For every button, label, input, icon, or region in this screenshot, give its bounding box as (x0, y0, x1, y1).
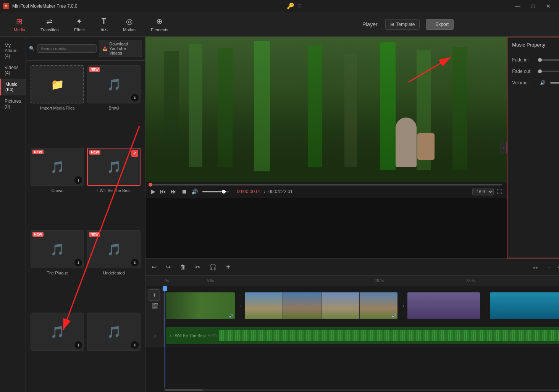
tab-elements[interactable]: ⊕ Elements (143, 14, 176, 35)
youtube-download-button[interactable]: 📥 Download YouTube Videos (99, 40, 142, 57)
time-mark-6s: 6.6s (207, 279, 214, 283)
template-button[interactable]: ⊞ Template (385, 19, 420, 30)
volume-slider[interactable] (202, 191, 229, 192)
audio-duration: 4.4m (208, 333, 216, 337)
sidebar-item-music[interactable]: Music (64) (0, 79, 26, 95)
maximize-button[interactable]: □ (525, 0, 541, 12)
undo-button[interactable]: ↩ (150, 262, 158, 272)
clip-audio-icon: 🔊 (229, 313, 233, 318)
fade-in-slider[interactable] (540, 59, 559, 61)
fullscreen-button[interactable]: ⛶ (497, 189, 502, 195)
collapse-panel-button[interactable]: › (501, 142, 507, 153)
undefeated-item[interactable]: NEW 🎵 ⬇ Undefeated (87, 230, 141, 310)
video-clip-1[interactable]: 🔊 (166, 292, 235, 319)
topbar: ⊞ Media ⇌ Transition ✦ Effect T Text ◎ M… (0, 12, 559, 37)
i-will-be-best-item[interactable]: NEW 🎵 ✓ I Will Be The Best (87, 148, 141, 227)
audio-track-content[interactable]: ♪ I Will Be The Best 4.4m (165, 324, 559, 347)
clip-audio-icon-2: 🔊 (391, 313, 396, 318)
volume-row: Volume: 🔊 100% (512, 80, 559, 85)
video-track-content: 🔊 → (165, 288, 559, 324)
the-plague-item[interactable]: NEW 🎵 ⬇ The Plague (31, 230, 84, 310)
playhead[interactable] (165, 286, 165, 388)
delete-button[interactable]: 🗑 (178, 262, 187, 272)
minimize-button[interactable]: — (510, 0, 525, 12)
download-icon[interactable]: ⬇ (74, 341, 82, 349)
play-button[interactable]: ▶ (150, 187, 156, 196)
zoom-out-button[interactable]: − (546, 262, 552, 272)
volume-prop-slider[interactable] (550, 82, 559, 84)
add-clip-button[interactable]: + (225, 261, 232, 273)
sidebar-item-my-album[interactable]: My Album (4) (0, 40, 26, 62)
audio-track: ♪ ♪ I Will Be The Best 4.4m (145, 324, 559, 347)
music-property-panel: Music Property Fade in: 0.0s Fade out: (507, 37, 559, 258)
add-track-button[interactable]: + (149, 289, 160, 301)
player-label: Player (362, 21, 378, 27)
video-clip-2[interactable]: 🔊 (245, 292, 397, 319)
music-thumb-7: 🎵 ⬇ (87, 313, 141, 351)
download-icon[interactable]: ⬇ (74, 259, 82, 266)
scrollbar-thumb[interactable] (165, 389, 203, 391)
import-media-item[interactable]: 📁 Import Media Files (31, 65, 84, 145)
music-icon: 🎵 (50, 160, 65, 174)
fade-out-label: Fade out: (512, 69, 537, 74)
crown-item[interactable]: NEW 🎵 ⬇ Crown (31, 148, 84, 227)
download-icon[interactable]: ⬇ (131, 259, 139, 266)
progress-dot (149, 183, 152, 187)
sidebar-item-videos[interactable]: Videos (4) (0, 62, 26, 79)
split-icon[interactable]: ⚏ (532, 263, 540, 272)
video-clip-4[interactable] (490, 292, 559, 319)
tab-media[interactable]: ⊞ Media (6, 14, 33, 35)
music-item-6[interactable]: 🎵 ⬇ (31, 313, 84, 387)
video-clip-3[interactable] (407, 292, 480, 319)
export-button[interactable]: ↑ Export (426, 19, 454, 30)
cut-button[interactable]: ✂ (194, 262, 202, 272)
volume-icon: 🔊 (540, 80, 546, 85)
crown-thumb: NEW 🎵 ⬇ (31, 148, 84, 186)
music-icon: 🎵 (107, 160, 121, 174)
audio-clip[interactable]: ♪ I Will Be The Best 4.4m (166, 327, 559, 344)
import-thumb: 📁 (31, 65, 84, 103)
timeline-toolbar: ↩ ↪ 🗑 ✂ 🎧 + ⚏ − + (145, 259, 559, 276)
video-track-icon: 🎬 (152, 303, 158, 309)
redo-button[interactable]: ↪ (164, 262, 172, 272)
timeline-content: 0s 6.6s 26.1s 35.5s + (145, 276, 559, 392)
arrow-right-2: → (398, 303, 407, 309)
new-badge: NEW (89, 67, 100, 72)
text-label: Text (100, 27, 108, 32)
prev-button[interactable]: ⏮ (159, 187, 167, 196)
timeline-scrollbar[interactable] (145, 388, 559, 392)
fade-out-slider[interactable] (540, 71, 559, 72)
tab-effect[interactable]: ✦ Effect (66, 14, 92, 35)
panel-title: Music Property (512, 42, 559, 51)
fade-out-dot (538, 69, 542, 73)
titlebar: M MiniTool MovieMaker Free 7.0.0 🔑 ≡ — □… (0, 0, 559, 12)
music-icon: 🎵 (107, 78, 121, 91)
video-track: 🎬 🔊 → (145, 288, 559, 324)
sidebar-item-pictures[interactable]: Pictures (0) (0, 95, 26, 112)
audio-button[interactable]: 🎧 (208, 262, 218, 272)
search-input[interactable] (37, 44, 97, 53)
time-mark-26s: 26.1s (375, 279, 384, 283)
brawl-item[interactable]: NEW 🎵 ⬇ Brawl (87, 65, 141, 145)
menu-icon[interactable]: ≡ (297, 3, 301, 10)
close-button[interactable]: ✕ (541, 0, 556, 12)
stop-button[interactable]: ⏹ (181, 187, 188, 196)
tab-transition[interactable]: ⇌ Transition (33, 14, 66, 35)
tab-motion[interactable]: ◎ Motion (115, 14, 143, 35)
aspect-ratio-select[interactable]: 16:9 4:3 1:1 9:16 (472, 188, 494, 195)
download-icon[interactable]: ⬇ (131, 341, 139, 349)
audio-label: ♪ I Will Be The Best (169, 333, 206, 338)
elements-icon: ⊕ (156, 17, 163, 26)
volume-slider-fill (550, 82, 559, 84)
crown-label: Crown (51, 188, 63, 193)
progress-bar[interactable] (150, 184, 502, 186)
media-label: Media (14, 27, 25, 32)
tab-text[interactable]: T Text (92, 14, 115, 35)
scrollbar-track (165, 389, 559, 391)
key-icon: 🔑 (287, 2, 294, 10)
brawl-label: Brawl (109, 106, 120, 110)
music-item-7[interactable]: 🎵 ⬇ (87, 313, 141, 387)
next-button[interactable]: ⏭ (170, 187, 178, 196)
download-icon[interactable]: ⬇ (131, 94, 139, 102)
download-icon[interactable]: ⬇ (74, 176, 82, 184)
